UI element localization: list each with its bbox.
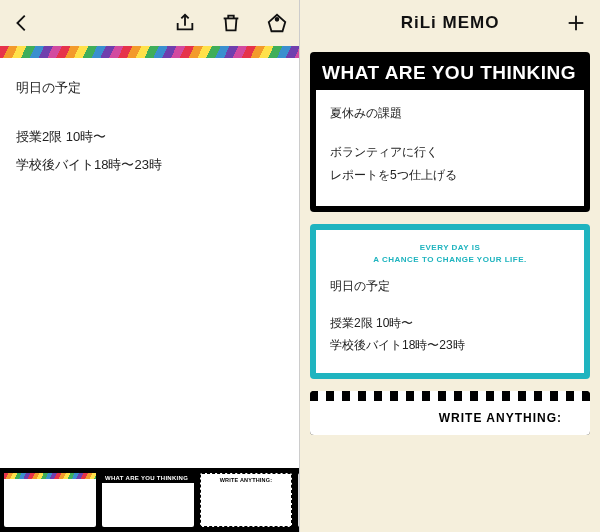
editor-toolbar [0,0,299,46]
template-thumb-black[interactable]: WHAT ARE YOU THINKING [102,473,194,527]
memo-card[interactable]: EVERY DAY IS A CHANCE TO CHANGE YOUR LIF… [310,224,590,379]
note-line: 授業2限 10時〜 [16,125,283,150]
memo-list[interactable]: WHAT ARE YOU THINKING 夏休みの課題 ボランティアに行く レ… [300,46,600,532]
svg-point-0 [276,18,279,21]
card-title: 明日の予定 [330,275,570,298]
note-line: 学校後バイト18時〜23時 [16,153,283,178]
back-button[interactable] [8,9,36,37]
template-thumb-rainbow[interactable] [4,473,96,527]
card-body: EVERY DAY IS A CHANCE TO CHANGE YOUR LIF… [316,230,584,373]
note-title: 明日の予定 [16,76,283,101]
add-memo-button[interactable] [562,9,590,37]
card-label: WRITE ANYTHING: [310,401,590,435]
card-motto: EVERY DAY IS A CHANCE TO CHANGE YOUR LIF… [330,242,570,264]
app-title: RiLi MEMO [401,13,500,33]
card-line: 学校後バイト18時〜23時 [330,334,570,357]
list-pane: RiLi MEMO WHAT ARE YOU THINKING 夏休みの課題 ボ… [300,0,600,532]
card-body: 夏休みの課題 ボランティアに行く レポートを5つ仕上げる [316,90,584,206]
share-button[interactable] [171,9,199,37]
note-editor[interactable]: 明日の予定 授業2限 10時〜 学校後バイト18時〜23時 [0,58,299,468]
template-thumb-label: WHAT ARE YOU THINKING [102,473,194,483]
template-thumb-stripes[interactable] [298,473,299,527]
editor-pane: 明日の予定 授業2限 10時〜 学校後バイト18時〜23時 WHAT ARE Y… [0,0,300,532]
card-line: レポートを5つ仕上げる [330,164,570,187]
template-thumb-dashed[interactable]: WRITE ANYTHING: [200,473,292,527]
card-title: 夏休みの課題 [330,102,570,125]
card-line: ボランティアに行く [330,141,570,164]
template-thumb-label: WRITE ANYTHING: [204,477,288,483]
memo-card[interactable]: WHAT ARE YOU THINKING 夏休みの課題 ボランティアに行く レ… [310,52,590,212]
list-toolbar: RiLi MEMO [300,0,600,46]
template-selector[interactable]: WHAT ARE YOU THINKING WRITE ANYTHING: [0,468,299,532]
tag-button[interactable] [263,9,291,37]
card-line: 授業2限 10時〜 [330,312,570,335]
brand-mark: RiLi [324,416,339,425]
stripe-decoration [310,391,590,401]
rainbow-stripe-decoration [0,46,299,58]
delete-button[interactable] [217,9,245,37]
memo-card[interactable]: RiLi WRITE ANYTHING: [310,391,590,435]
card-header: WHAT ARE YOU THINKING [316,58,584,90]
